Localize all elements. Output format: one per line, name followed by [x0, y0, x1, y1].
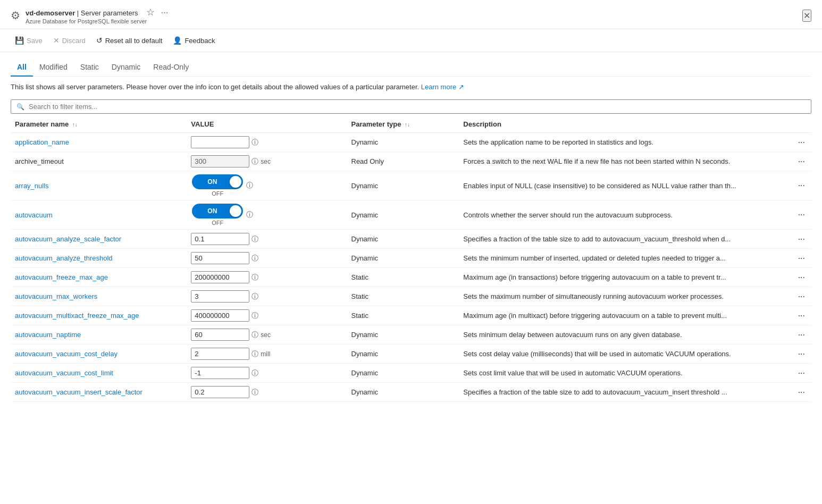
info-icon[interactable]: ⓘ	[251, 292, 258, 301]
toggle-container: ONOFF	[191, 204, 244, 226]
sort-icon-param: ↑↓	[72, 122, 78, 128]
param-name-link[interactable]: autovacuum_vacuum_cost_limit	[15, 369, 113, 377]
info-icon[interactable]: ⓘ	[246, 210, 253, 220]
param-type: Dynamic	[347, 249, 459, 268]
description-text: Specifies a fraction of the table size t…	[463, 235, 771, 243]
col-header-desc: Description	[459, 116, 779, 133]
param-name-link[interactable]: autovacuum_vacuum_insert_scale_factor	[15, 388, 142, 396]
param-type: Static	[347, 306, 459, 325]
tab-readonly[interactable]: Read-Only	[147, 58, 195, 77]
info-icon[interactable]: ⓘ	[251, 234, 258, 244]
row-more-button[interactable]: ···	[796, 156, 807, 167]
row-more-button[interactable]: ···	[796, 329, 807, 341]
row-more-button[interactable]: ···	[796, 253, 807, 264]
value-input[interactable]	[191, 136, 249, 148]
close-button[interactable]: ✕	[802, 10, 811, 22]
info-icon[interactable]: ⓘ	[251, 254, 258, 263]
param-name-link[interactable]: autovacuum_freeze_max_age	[15, 273, 108, 281]
save-icon: 💾	[15, 36, 24, 45]
value-input[interactable]	[191, 348, 249, 360]
param-type: Dynamic	[347, 200, 459, 230]
param-name-link[interactable]: autovacuum_analyze_threshold	[15, 254, 113, 262]
param-name-link[interactable]: autovacuum_naptime	[15, 331, 81, 339]
search-icon: 🔍	[16, 103, 24, 111]
param-type: Dynamic	[347, 230, 459, 249]
param-name-link[interactable]: autovacuum_max_workers	[15, 292, 97, 300]
tab-modified[interactable]: Modified	[33, 58, 74, 77]
info-icon[interactable]: ⓘ	[251, 311, 258, 321]
value-input[interactable]	[191, 252, 249, 264]
tab-static[interactable]: Static	[74, 58, 105, 77]
col-header-param[interactable]: Parameter name ↑↓	[11, 116, 187, 133]
more-options-icon[interactable]: ···	[161, 8, 168, 17]
value-input[interactable]	[191, 386, 249, 398]
sort-icon-type: ↑↓	[405, 122, 410, 128]
discard-button[interactable]: ✕ Discard	[49, 33, 90, 47]
row-more-button[interactable]: ···	[796, 233, 807, 245]
tabs-area: All Modified Static Dynamic Read-Only	[0, 52, 822, 77]
toggle-container: ONOFF	[191, 174, 244, 197]
row-more-button[interactable]: ···	[796, 272, 807, 283]
row-more-button[interactable]: ···	[796, 387, 807, 398]
row-more-button[interactable]: ···	[796, 367, 807, 379]
search-input[interactable]	[29, 103, 806, 111]
table-row: autovacuum_max_workersⓘStaticSets the ma…	[11, 287, 811, 306]
value-input[interactable]	[191, 233, 249, 245]
param-type: Dynamic	[347, 133, 459, 152]
value-cell: ONOFFⓘ	[191, 174, 342, 197]
toolbar: 💾 Save ✕ Discard ↺ Reset all to default …	[0, 29, 822, 52]
table-row: archive_timeoutⓘsecRead OnlyForces a swi…	[11, 152, 811, 171]
param-name-link[interactable]: autovacuum_multixact_freeze_max_age	[15, 312, 139, 320]
tab-dynamic[interactable]: Dynamic	[105, 58, 147, 77]
table-row: autovacuum_analyze_scale_factorⓘDynamicS…	[11, 230, 811, 249]
toggle-on-label: ON	[192, 207, 243, 215]
param-name-link[interactable]: autovacuum_analyze_scale_factor	[15, 235, 121, 243]
toggle-switch[interactable]: ON	[192, 204, 243, 219]
search-box: 🔍	[11, 99, 811, 114]
info-icon[interactable]: ⓘ	[251, 157, 258, 166]
param-name-link[interactable]: autovacuum	[15, 211, 53, 219]
reset-button[interactable]: ↺ Reset all to default	[92, 33, 167, 47]
description-text: Sets the maximum number of simultaneousl…	[463, 292, 771, 300]
unit-text: mill	[261, 350, 270, 358]
value-input[interactable]	[191, 290, 249, 303]
info-icon[interactable]: ⓘ	[251, 273, 258, 282]
row-more-button[interactable]: ···	[796, 348, 807, 360]
value-input[interactable]	[191, 271, 249, 283]
value-input[interactable]	[191, 329, 249, 341]
favorite-icon[interactable]: ☆	[146, 7, 155, 18]
param-type: Read Only	[347, 152, 459, 171]
info-icon[interactable]: ⓘ	[251, 349, 258, 359]
value-cell: ⓘ	[191, 233, 342, 245]
reset-icon: ↺	[96, 36, 103, 45]
description-text: Maximum age (in multixact) before trigge…	[463, 312, 771, 320]
save-button[interactable]: 💾 Save	[11, 33, 47, 47]
tab-all[interactable]: All	[11, 58, 33, 77]
value-cell: ⓘmill	[191, 348, 342, 360]
param-name-link[interactable]: array_nulls	[15, 182, 49, 190]
row-more-button[interactable]: ···	[796, 137, 807, 148]
row-more-button[interactable]: ···	[796, 209, 807, 221]
param-name-link[interactable]: autovacuum_vacuum_cost_delay	[15, 350, 118, 358]
unit-text: sec	[261, 158, 271, 165]
row-more-button[interactable]: ···	[796, 291, 807, 303]
col-header-type[interactable]: Parameter type ↑↓	[347, 116, 459, 133]
param-type: Dynamic	[347, 325, 459, 345]
row-more-button[interactable]: ···	[796, 180, 807, 191]
unit-text: sec	[261, 331, 271, 339]
param-type: Static	[347, 268, 459, 287]
param-name-link[interactable]: application_name	[15, 138, 69, 146]
info-icon[interactable]: ⓘ	[246, 181, 253, 190]
info-icon[interactable]: ⓘ	[251, 330, 258, 340]
search-area: 🔍	[0, 95, 822, 116]
feedback-button[interactable]: 👤 Feedback	[169, 33, 219, 47]
info-icon[interactable]: ⓘ	[251, 138, 258, 147]
row-more-button[interactable]: ···	[796, 310, 807, 322]
info-icon[interactable]: ⓘ	[251, 388, 258, 397]
value-input[interactable]	[191, 367, 249, 379]
toggle-switch[interactable]: ON	[192, 174, 243, 189]
learn-more-link[interactable]: Learn more ↗	[421, 83, 464, 91]
value-input[interactable]	[191, 309, 249, 322]
info-icon[interactable]: ⓘ	[251, 368, 258, 378]
value-cell: ⓘsec	[191, 329, 342, 341]
